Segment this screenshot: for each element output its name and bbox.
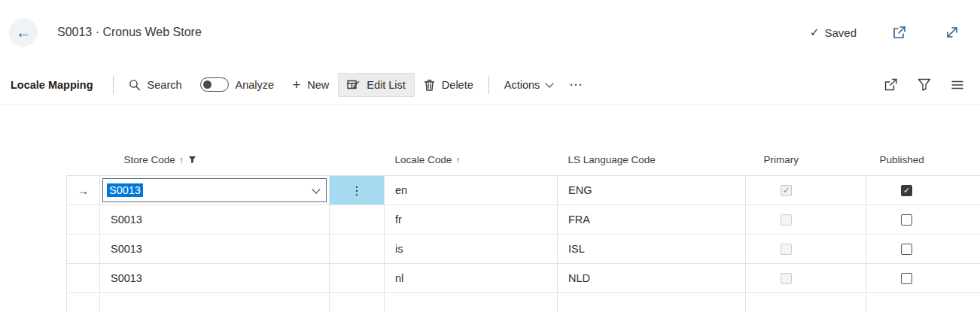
- search-button[interactable]: Search: [120, 73, 191, 97]
- row-selector-cell[interactable]: [67, 264, 100, 293]
- ls-language-code-cell[interactable]: ISL: [558, 235, 746, 264]
- primary-cell: [746, 293, 866, 312]
- published-cell[interactable]: [866, 205, 980, 235]
- store-code-cell[interactable]: S0013: [100, 176, 330, 205]
- new-button[interactable]: + New: [283, 71, 338, 98]
- edit-list-icon: [347, 79, 360, 91]
- store-code-cell: [100, 293, 330, 312]
- open-in-new-window-button[interactable]: [890, 23, 909, 42]
- published-cell[interactable]: [866, 264, 980, 293]
- column-header-ls-language-code[interactable]: LS Language Code: [558, 119, 746, 176]
- ls-language-code-cell[interactable]: ENG: [558, 176, 746, 205]
- ls-language-code-cell[interactable]: FRA: [558, 205, 746, 235]
- table-row: S0013isISL: [67, 235, 980, 264]
- search-label: Search: [148, 79, 182, 91]
- open-in-new-window-icon: [893, 26, 906, 39]
- table-row: S0013nlNLD: [67, 264, 980, 293]
- store-code-cell[interactable]: S0013: [100, 235, 330, 264]
- primary-checkbox: [781, 214, 792, 226]
- action-bar: Locale Mapping Search Analyze + New: [0, 65, 980, 105]
- more-options-button[interactable]: ⋯: [562, 71, 590, 98]
- primary-checkbox: [781, 244, 792, 255]
- column-label: Store Code: [124, 154, 175, 165]
- column-label: LS Language Code: [568, 154, 656, 165]
- published-checkbox[interactable]: [901, 214, 912, 226]
- delete-label: Delete: [442, 79, 473, 91]
- back-button[interactable]: ←: [9, 18, 38, 47]
- edit-list-label: Edit List: [367, 79, 406, 91]
- header-row-selector: [67, 119, 100, 176]
- table-row: →S0013⋮enENG✓✓: [67, 176, 980, 205]
- published-checkbox[interactable]: [901, 273, 912, 284]
- primary-cell: ✓: [746, 176, 866, 205]
- page-caption: Locale Mapping: [11, 79, 107, 91]
- chevron-down-icon: [546, 79, 554, 87]
- store-code-combobox[interactable]: S0013: [102, 178, 327, 202]
- row-menu-cell: ⋮: [330, 176, 385, 205]
- saved-check-icon: ✓: [810, 26, 820, 39]
- column-header-published[interactable]: Published: [866, 119, 980, 176]
- row-selector-cell[interactable]: [67, 235, 100, 264]
- ellipsis-icon: ⋯: [569, 77, 583, 92]
- column-label: Locale Code: [395, 154, 452, 165]
- empty-row: [67, 293, 980, 312]
- published-checkbox[interactable]: ✓: [901, 185, 912, 196]
- primary-cell: [746, 205, 866, 235]
- search-icon: [129, 79, 141, 91]
- share-button[interactable]: [880, 74, 902, 95]
- top-right: ✓ Saved: [810, 23, 962, 42]
- row-selector-cell[interactable]: [67, 205, 100, 235]
- published-cell[interactable]: ✓: [866, 176, 980, 205]
- list-lines-icon: [951, 79, 964, 91]
- row-selector-cell[interactable]: →: [67, 176, 100, 205]
- expand-layout-button[interactable]: [942, 23, 962, 42]
- analyze-label: Analyze: [236, 79, 275, 91]
- delete-button[interactable]: Delete: [415, 73, 482, 97]
- locale-mapping-page: ← S0013 · Cronus Web Store ✓ Saved: [0, 0, 980, 312]
- combobox-chevron-icon[interactable]: [312, 185, 320, 193]
- choose-view-button[interactable]: [947, 75, 968, 95]
- page-title: S0013 · Cronus Web Store: [57, 26, 202, 39]
- toolbar-divider: [113, 76, 114, 94]
- trash-icon: [424, 79, 435, 91]
- primary-checkbox: ✓: [781, 185, 792, 196]
- saved-label: Saved: [824, 26, 857, 39]
- locale-code-cell[interactable]: nl: [385, 264, 558, 293]
- edit-list-button[interactable]: Edit List: [338, 73, 415, 97]
- table-header-row: Store Code↑ Locale Code↑ LS Language Cod…: [67, 119, 980, 176]
- published-cell[interactable]: [866, 235, 980, 264]
- store-code-cell[interactable]: S0013: [100, 205, 330, 235]
- share-icon: [884, 78, 898, 92]
- column-label: Published: [880, 154, 924, 165]
- ls-language-code-cell[interactable]: NLD: [558, 264, 746, 293]
- row-menu-cell: [330, 264, 385, 293]
- column-header-locale-code[interactable]: Locale Code↑: [385, 119, 558, 176]
- toggle-knob: [203, 80, 212, 89]
- new-label: New: [307, 79, 329, 91]
- analyze-toggle[interactable]: [200, 77, 229, 92]
- plus-icon: +: [292, 77, 300, 92]
- actions-label: Actions: [504, 79, 540, 91]
- analyze-toggle-button[interactable]: Analyze: [191, 71, 284, 98]
- column-label: Primary: [764, 154, 799, 165]
- column-header-primary[interactable]: Primary: [746, 119, 866, 176]
- toolbar-divider: [488, 76, 489, 94]
- expand-diagonal-icon: [945, 26, 959, 39]
- published-cell: [866, 293, 980, 312]
- store-code-value: S0013: [107, 183, 143, 197]
- locale-code-cell[interactable]: en: [385, 176, 558, 205]
- published-checkbox[interactable]: [901, 244, 912, 255]
- store-code-cell[interactable]: S0013: [100, 264, 330, 293]
- locale-mapping-table: Store Code↑ Locale Code↑ LS Language Cod…: [66, 119, 980, 312]
- actions-menu-button[interactable]: Actions: [495, 73, 562, 97]
- column-header-store-code[interactable]: Store Code↑: [100, 119, 330, 176]
- primary-cell: [746, 235, 866, 264]
- filter-button[interactable]: [914, 74, 935, 95]
- saved-indicator: ✓ Saved: [810, 26, 857, 39]
- locale-code-cell[interactable]: is: [385, 235, 558, 264]
- row-options-button[interactable]: ⋮: [330, 176, 384, 204]
- row-selector-cell: [67, 293, 100, 312]
- locale-code-cell[interactable]: fr: [385, 205, 558, 235]
- row-menu-cell: [330, 205, 385, 235]
- table-body: →S0013⋮enENG✓✓S0013frFRAS0013isISLS0013n…: [67, 176, 980, 312]
